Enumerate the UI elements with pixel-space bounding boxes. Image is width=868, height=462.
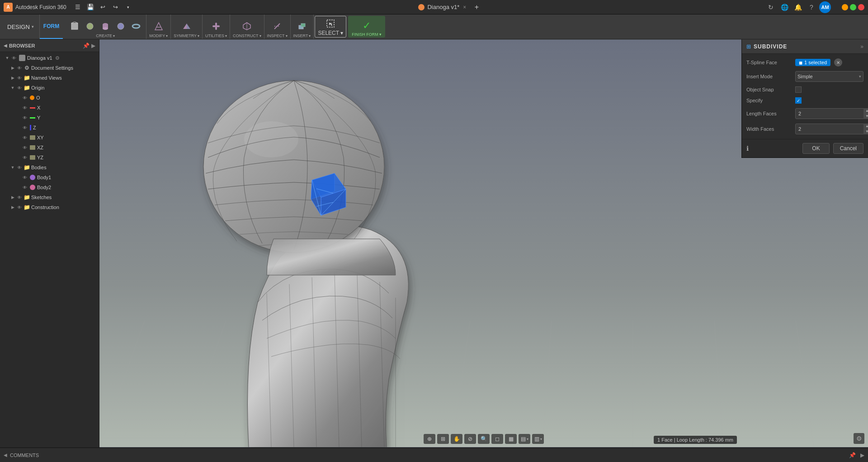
tree-item-origin-z[interactable]: 👁 Z <box>0 123 99 133</box>
zoom2-btn[interactable]: 🔍 <box>478 434 490 444</box>
origin-z-label: Z <box>33 125 36 130</box>
finish-form-section[interactable]: ✓ FINISH FORM ▾ <box>348 16 385 38</box>
user-avatar[interactable]: AM <box>819 1 831 13</box>
dianoga-settings-icon[interactable]: ⚙ <box>55 55 60 61</box>
length-faces-down-btn[interactable]: ▼ <box>863 114 868 119</box>
pan-btn[interactable]: ⊞ <box>437 434 449 444</box>
symmetry-section[interactable]: SYMMETRY ▾ <box>171 14 203 39</box>
document-settings-label: Document Settings <box>31 65 73 71</box>
svg-marker-22 <box>329 23 333 26</box>
utilities-btn[interactable] <box>209 20 223 33</box>
redo-button[interactable]: ↪ <box>110 1 122 14</box>
info-icon[interactable]: ℹ <box>746 145 749 152</box>
refresh-button[interactable]: ↻ <box>765 1 777 13</box>
modify-btn[interactable] <box>151 20 166 33</box>
origin-label: Origin <box>31 85 44 90</box>
x-axis-icon <box>30 107 35 109</box>
viewport-settings-gear[interactable]: ⚙ <box>854 433 864 444</box>
zoom-btn[interactable]: ⊘ <box>464 434 476 444</box>
modify-section[interactable]: MODIFY ▾ <box>146 14 171 39</box>
cancel-button[interactable]: Cancel <box>833 143 863 154</box>
tree-item-origin-x[interactable]: 👁 X <box>0 103 99 113</box>
insert-btn[interactable] <box>295 20 309 33</box>
comments-collapse-arrow[interactable]: ◀ <box>4 452 7 457</box>
viewport[interactable]: FRONT ⊕ ⊞ ✋ ⊘ 🔍 ◻ ▦ ▤▾ ▥▾ 1 Face <box>99 39 868 448</box>
add-tab-button[interactable]: + <box>471 1 482 14</box>
create-section[interactable]: CREATE ▾ <box>65 14 146 39</box>
insert-mode-dropdown[interactable]: Simple ▾ <box>795 71 863 82</box>
tree-item-origin-o[interactable]: 👁 O <box>0 93 99 103</box>
tspline-face-clear-btn[interactable]: ✕ <box>834 58 842 67</box>
tree-item-document-settings[interactable]: ▶ 👁 ⚙ Document Settings <box>0 63 99 73</box>
browser-pin-icon[interactable]: 📌 <box>83 43 90 49</box>
inspect-section[interactable]: INSPECT ▾ <box>264 14 291 39</box>
construct-section[interactable]: CONSTRUCT ▾ <box>230 14 264 39</box>
form-tab[interactable]: FORM <box>40 14 63 39</box>
insert-section[interactable]: INSERT ▾ <box>291 14 314 39</box>
cylinder-create-btn[interactable] <box>98 20 113 33</box>
tree-item-construction[interactable]: ▶ 👁 📁 Construction <box>0 202 99 212</box>
construct-btn[interactable] <box>240 20 254 33</box>
torus-create-btn[interactable] <box>129 20 143 33</box>
create-label: CREATE <box>96 33 112 38</box>
select-section[interactable]: SELECT ▾ <box>315 16 346 38</box>
ok-button[interactable]: OK <box>802 143 829 154</box>
notifications-button[interactable]: 🔔 <box>792 1 804 13</box>
tree-item-plane-yz[interactable]: 👁 YZ <box>0 152 99 162</box>
tree-item-body1[interactable]: 👁 Body1 <box>0 172 99 182</box>
maximize-button[interactable] <box>850 4 856 10</box>
subdivide-panel-expand-btn[interactable]: » <box>860 43 863 50</box>
tree-item-dianoga[interactable]: ▼ 👁 Dianoga v1 ⚙ <box>0 53 99 63</box>
width-faces-down-btn[interactable]: ▼ <box>863 129 868 134</box>
app-name-label: Autodesk Fusion 360 <box>15 4 66 10</box>
svg-rect-20 <box>301 24 305 27</box>
globe-button[interactable]: 🌐 <box>778 1 790 13</box>
tree-item-bodies[interactable]: ▼ 👁 📁 Bodies <box>0 162 99 172</box>
symmetry-btn[interactable] <box>179 20 194 33</box>
document-icon <box>19 55 25 61</box>
tree-item-origin-y[interactable]: 👁 Y <box>0 113 99 123</box>
length-faces-input[interactable]: 2 <box>796 111 863 116</box>
undo-button[interactable]: ↩ <box>97 1 109 14</box>
comments-pin-icon[interactable]: 📌 <box>849 452 856 458</box>
length-faces-up-btn[interactable]: ▲ <box>863 108 868 114</box>
hamburger-menu[interactable]: ☰ <box>72 1 84 14</box>
display3-btn[interactable]: ▥▾ <box>532 434 544 444</box>
tree-item-plane-xy[interactable]: 👁 XY <box>0 133 99 143</box>
tree-item-plane-xz[interactable]: 👁 XZ <box>0 143 99 152</box>
specify-checkbox[interactable] <box>795 97 802 104</box>
width-faces-input[interactable]: 2 <box>796 126 863 132</box>
tree-item-body2[interactable]: 👁 Body2 <box>0 182 99 192</box>
tab-close-button[interactable]: × <box>462 4 467 10</box>
comments-expand-icon[interactable]: ▶ <box>860 452 864 458</box>
subdivide-panel-header: ⊞ SUBDIVIDE » <box>742 39 868 54</box>
browser-collapse-arrow[interactable]: ◀ <box>4 43 7 48</box>
utilities-section[interactable]: UTILITIES ▾ <box>203 14 230 39</box>
select-btn[interactable] <box>323 17 338 30</box>
tspline-face-value[interactable]: ◼ 1 selected <box>795 59 830 66</box>
object-snap-checkbox[interactable] <box>795 86 802 93</box>
display2-btn[interactable]: ▤▾ <box>519 434 530 444</box>
box-create-btn[interactable] <box>67 20 82 33</box>
inspect-btn[interactable] <box>270 20 284 33</box>
tree-item-sketches[interactable]: ▶ 👁 📁 Sketches <box>0 192 99 202</box>
dropdown-arrow[interactable]: ▾ <box>123 1 134 14</box>
tree-item-origin[interactable]: ▼ 👁 📁 Origin <box>0 83 99 93</box>
tree-item-named-views[interactable]: ▶ 👁 📁 Named Views <box>0 73 99 83</box>
design-mode-button[interactable]: DESIGN ▾ <box>2 14 40 39</box>
help-button[interactable]: ? <box>806 1 817 13</box>
origin-x-label: X <box>37 105 40 110</box>
pan2-btn[interactable]: ✋ <box>451 434 462 444</box>
display1-btn[interactable]: ▦ <box>505 434 517 444</box>
fit-btn[interactable]: ◻ <box>491 434 503 444</box>
orbit-btn[interactable]: ⊕ <box>424 434 435 444</box>
sphere-create-btn[interactable] <box>83 20 97 33</box>
finish-form-btn[interactable]: ✓ <box>359 19 374 32</box>
close-button[interactable] <box>858 4 864 10</box>
browser-collapse-right[interactable]: ▶ <box>91 43 95 49</box>
minimize-button[interactable] <box>842 4 848 10</box>
save-button[interactable]: 💾 <box>85 1 96 14</box>
width-faces-up-btn[interactable]: ▲ <box>863 124 868 129</box>
sphere2-create-btn[interactable] <box>113 20 128 33</box>
xz-plane-icon <box>30 145 35 150</box>
